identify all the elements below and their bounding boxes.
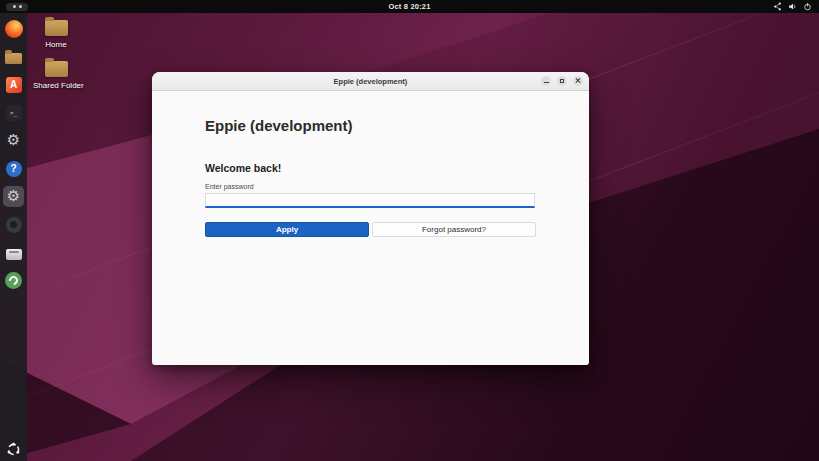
dock-item-firefox[interactable] (3, 18, 24, 39)
dock-item-utilities[interactable]: ⚙ (3, 130, 24, 151)
folder-icon (45, 61, 68, 77)
software-updater-icon (5, 272, 22, 289)
window-controls (541, 76, 583, 86)
workspace-dot (13, 5, 16, 8)
top-bar: Oct 8 20:21 (0, 0, 819, 13)
clock[interactable]: Oct 8 20:21 (388, 2, 430, 11)
desktop-icon-home[interactable]: Home (33, 20, 79, 49)
dock-item-printer[interactable] (3, 242, 24, 263)
dock-item-terminal[interactable]: >_ (3, 102, 24, 123)
password-input[interactable] (205, 193, 535, 208)
gear-icon: ⚙ (7, 189, 20, 204)
button-row: Apply Forgot password? (205, 222, 536, 237)
dock-item-software-updater[interactable] (3, 270, 24, 291)
window-title: Eppie (development) (334, 77, 408, 86)
eppie-window: Eppie (development) Eppie (development) … (152, 72, 589, 365)
workspace-dot (19, 5, 22, 8)
desktop-icon-label: Shared Folder (33, 81, 79, 90)
desktop-icon-label: Home (33, 40, 79, 49)
dock-item-writer[interactable]: A (3, 74, 24, 95)
welcome-text: Welcome back! (205, 162, 589, 174)
desktop-icons: Home Shared Folder (33, 20, 79, 102)
help-icon: ? (6, 161, 22, 177)
desktop-icon-shared-folder[interactable]: Shared Folder (33, 61, 79, 90)
app-heading: Eppie (development) (205, 117, 589, 134)
terminal-icon: >_ (6, 105, 22, 121)
dock: A >_ ⚙ ? ⚙ (0, 13, 27, 461)
maximize-button[interactable] (557, 76, 567, 86)
apply-button[interactable]: Apply (205, 222, 369, 237)
system-status-area[interactable] (773, 2, 812, 11)
window-body: Eppie (development) Welcome back! Enter … (152, 117, 589, 237)
dock-item-help[interactable]: ? (3, 158, 24, 179)
close-button[interactable] (573, 76, 583, 86)
network-icon[interactable] (773, 2, 782, 11)
titlebar[interactable]: Eppie (development) (152, 72, 589, 91)
desktop: Oct 8 20:21 (0, 0, 819, 461)
volume-icon[interactable] (788, 2, 797, 11)
activities-indicator[interactable] (6, 3, 28, 11)
dock-item-settings-active[interactable]: ⚙ (3, 186, 24, 207)
files-icon (5, 53, 22, 64)
camera-icon (6, 217, 22, 233)
gear-icon: ⚙ (7, 133, 20, 148)
dock-item-camera[interactable] (3, 214, 24, 235)
ubuntu-apps-button[interactable] (0, 442, 27, 457)
password-label: Enter password (205, 183, 589, 190)
writer-app-icon: A (6, 77, 22, 93)
printer-icon (6, 249, 22, 260)
power-icon[interactable] (803, 2, 812, 11)
minimize-button[interactable] (541, 76, 551, 86)
folder-icon (45, 20, 68, 36)
forgot-password-button[interactable]: Forgot password? (372, 222, 536, 237)
dock-item-files[interactable] (3, 46, 24, 67)
ubuntu-logo-icon (6, 442, 21, 457)
firefox-icon (5, 20, 23, 38)
